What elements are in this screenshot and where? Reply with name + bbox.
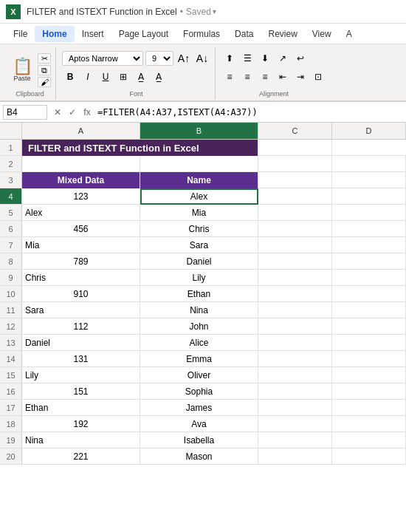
menu-insert[interactable]: Insert bbox=[75, 26, 111, 42]
col-header-b[interactable]: B bbox=[140, 123, 258, 139]
cell-3c[interactable] bbox=[258, 172, 332, 188]
cell-12a[interactable]: 112 bbox=[22, 318, 140, 335]
menu-file[interactable]: File bbox=[6, 26, 35, 42]
cell-14d[interactable] bbox=[332, 351, 406, 367]
wrap-text-button[interactable]: ↩ bbox=[292, 50, 309, 66]
formula-input[interactable] bbox=[94, 106, 403, 119]
cell-6b[interactable]: Chris bbox=[140, 221, 258, 237]
cell-18a[interactable]: 192 bbox=[22, 416, 140, 432]
paste-button[interactable]: 📋 Paste bbox=[9, 57, 35, 83]
insert-function-button[interactable]: fx bbox=[80, 105, 94, 120]
cell-19b[interactable]: Isabella bbox=[140, 432, 258, 449]
cell-4d[interactable] bbox=[332, 188, 406, 205]
cell-7b[interactable]: Sara bbox=[140, 237, 258, 253]
cell-9c[interactable] bbox=[258, 270, 332, 286]
col-header-d[interactable]: D bbox=[332, 123, 406, 139]
cell-12d[interactable] bbox=[332, 318, 406, 335]
cell-8d[interactable] bbox=[332, 253, 406, 270]
font-color-button[interactable]: A̲ bbox=[151, 69, 167, 85]
cell-14c[interactable] bbox=[258, 351, 332, 367]
increase-indent-button[interactable]: ⇥ bbox=[292, 69, 309, 85]
align-right-button[interactable]: ≡ bbox=[257, 69, 273, 85]
cell-16b[interactable]: Sophia bbox=[140, 383, 258, 400]
cell-18b[interactable]: Ava bbox=[140, 416, 258, 432]
col-header-c[interactable]: C bbox=[258, 123, 332, 139]
cell-19c[interactable] bbox=[258, 432, 332, 449]
menu-extra[interactable]: A bbox=[339, 26, 359, 42]
copy-button[interactable]: ⧉ bbox=[38, 65, 51, 75]
underline-button[interactable]: U bbox=[97, 69, 114, 85]
cell-2a[interactable] bbox=[22, 156, 140, 172]
cell-15b[interactable]: Oliver bbox=[140, 367, 258, 383]
cell-18c[interactable] bbox=[258, 416, 332, 432]
cell-12b[interactable]: John bbox=[140, 318, 258, 335]
cell-20b[interactable]: Mason bbox=[140, 449, 258, 465]
cell-11c[interactable] bbox=[258, 302, 332, 318]
cell-5b[interactable]: Mia bbox=[140, 205, 258, 221]
cell-7d[interactable] bbox=[332, 237, 406, 253]
col-header-a[interactable]: A bbox=[22, 123, 140, 139]
cell-19a[interactable]: Nina bbox=[22, 432, 140, 449]
bold-button[interactable]: B bbox=[62, 69, 78, 85]
cell-14a[interactable]: 131 bbox=[22, 351, 140, 367]
align-bottom-button[interactable]: ⬇ bbox=[257, 50, 273, 66]
cell-17c[interactable] bbox=[258, 400, 332, 416]
cell-9d[interactable] bbox=[332, 270, 406, 286]
cell-13a[interactable]: Daniel bbox=[22, 335, 140, 351]
decrease-font-button[interactable]: A↓ bbox=[194, 50, 210, 66]
italic-button[interactable]: I bbox=[80, 69, 96, 85]
menu-home[interactable]: Home bbox=[35, 26, 74, 42]
cell-13b[interactable]: Alice bbox=[140, 335, 258, 351]
confirm-formula-button[interactable]: ✓ bbox=[65, 105, 80, 120]
cell-9a[interactable]: Chris bbox=[22, 270, 140, 286]
cell-15d[interactable] bbox=[332, 367, 406, 383]
decrease-indent-button[interactable]: ⇤ bbox=[275, 69, 291, 85]
cell-17b[interactable]: James bbox=[140, 400, 258, 416]
cut-button[interactable]: ✂ bbox=[38, 53, 51, 64]
cell-20d[interactable] bbox=[332, 449, 406, 465]
align-center-button[interactable]: ≡ bbox=[239, 69, 255, 85]
cell-reference-input[interactable] bbox=[3, 105, 47, 120]
align-middle-button[interactable]: ☰ bbox=[239, 50, 255, 66]
fill-color-button[interactable]: A̲ bbox=[133, 69, 149, 85]
align-top-button[interactable]: ⬆ bbox=[221, 50, 238, 66]
cell-17a[interactable]: Ethan bbox=[22, 400, 140, 416]
cell-5d[interactable] bbox=[332, 205, 406, 221]
cell-17d[interactable] bbox=[332, 400, 406, 416]
menu-view[interactable]: View bbox=[305, 26, 339, 42]
cell-6d[interactable] bbox=[332, 221, 406, 237]
title-dropdown-arrow[interactable]: ▾ bbox=[213, 7, 216, 16]
font-name-select[interactable]: Aptos Narrow bbox=[62, 51, 143, 66]
borders-button[interactable]: ⊞ bbox=[115, 69, 131, 85]
cell-11a[interactable]: Sara bbox=[22, 302, 140, 318]
cell-7c[interactable] bbox=[258, 237, 332, 253]
cell-8a[interactable]: 789 bbox=[22, 253, 140, 270]
cell-7a[interactable]: Mia bbox=[22, 237, 140, 253]
menu-data[interactable]: Data bbox=[227, 26, 261, 42]
cell-5a[interactable]: Alex bbox=[22, 205, 140, 221]
cell-10c[interactable] bbox=[258, 286, 332, 302]
orientation-button[interactable]: ↗ bbox=[275, 50, 291, 66]
cell-2d[interactable] bbox=[332, 156, 406, 172]
cell-11b[interactable]: Nina bbox=[140, 302, 258, 318]
title-cell[interactable]: FILTER and ISTEXT Function in Excel bbox=[22, 140, 258, 156]
cell-9b[interactable]: Lily bbox=[140, 270, 258, 286]
cell-4c[interactable] bbox=[258, 188, 332, 205]
cell-10a[interactable]: 910 bbox=[22, 286, 140, 302]
cell-15a[interactable]: Lily bbox=[22, 367, 140, 383]
cell-6c[interactable] bbox=[258, 221, 332, 237]
cell-4a[interactable]: 123 bbox=[22, 188, 140, 205]
format-painter-button[interactable]: 🖌 bbox=[38, 77, 51, 87]
cell-15c[interactable] bbox=[258, 367, 332, 383]
cell-18d[interactable] bbox=[332, 416, 406, 432]
cell-6a[interactable]: 456 bbox=[22, 221, 140, 237]
cell-5c[interactable] bbox=[258, 205, 332, 221]
cell-1c[interactable] bbox=[258, 140, 332, 156]
cell-14b[interactable]: Emma bbox=[140, 351, 258, 367]
cell-16c[interactable] bbox=[258, 383, 332, 400]
font-size-select[interactable]: 9 bbox=[145, 51, 173, 66]
cell-10b[interactable]: Ethan bbox=[140, 286, 258, 302]
increase-font-button[interactable]: A↑ bbox=[176, 50, 192, 66]
header-mixed-data[interactable]: Mixed Data bbox=[22, 172, 140, 188]
cell-16d[interactable] bbox=[332, 383, 406, 400]
